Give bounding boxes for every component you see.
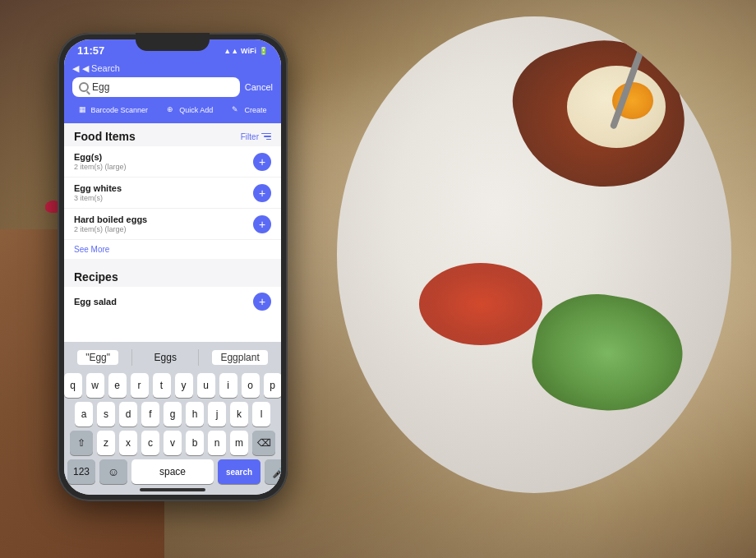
food-item-sub: 3 item(s): [74, 194, 253, 202]
key-t[interactable]: t: [153, 373, 171, 398]
barcode-label: Barcode Scanner: [91, 106, 149, 114]
keyboard-row-3: ⇧ z x c v b n m ⌫: [67, 431, 278, 455]
key-w[interactable]: w: [86, 373, 104, 398]
phone-notch: [136, 33, 210, 51]
food-item-info: Egg(s) 2 item(s) (large): [74, 152, 253, 171]
keyboard: "Egg" Eggs Eggplant q w e r t y u i o p: [64, 342, 281, 495]
search-icon: [79, 82, 89, 92]
phone-screen: 11:57 ▲▲ WiFi 🔋 ◀ ◀ Search Egg Cancel: [64, 39, 281, 495]
search-key[interactable]: search: [218, 459, 260, 484]
key-e[interactable]: e: [108, 373, 127, 398]
autocomplete-item-1[interactable]: Eggs: [146, 350, 185, 365]
food-item-name: Egg(s): [74, 152, 253, 162]
emoji-key[interactable]: ☺: [99, 459, 127, 484]
add-food-button-1[interactable]: +: [253, 184, 271, 202]
key-c[interactable]: c: [141, 431, 159, 455]
key-a[interactable]: a: [75, 402, 93, 427]
food-item-sub: 2 item(s) (large): [74, 225, 253, 233]
key-k[interactable]: k: [230, 402, 248, 427]
food-item-name: Hard boiled eggs: [74, 214, 253, 224]
key-q[interactable]: q: [64, 373, 82, 398]
back-search[interactable]: ◀ ◀ Search: [72, 63, 273, 74]
barcode-scanner-button[interactable]: ▦ Barcode Scanner: [76, 104, 152, 117]
food-item-row[interactable]: Egg(s) 2 item(s) (large) +: [64, 146, 281, 178]
key-l[interactable]: l: [252, 402, 270, 427]
add-food-button-2[interactable]: +: [253, 215, 271, 233]
key-f[interactable]: f: [141, 402, 159, 427]
avocado: [525, 284, 691, 422]
recipe-name: Egg salad: [74, 297, 253, 307]
back-search-label: ◀ Search: [82, 63, 120, 74]
keyboard-row-1: q w e r t y u i o p: [67, 373, 278, 398]
see-more-button[interactable]: See More: [64, 240, 281, 259]
key-n[interactable]: n: [208, 431, 226, 455]
food-item-sub: 2 item(s) (large): [74, 163, 253, 171]
delete-key[interactable]: ⌫: [252, 431, 275, 455]
status-time: 11:57: [77, 44, 104, 57]
key-b[interactable]: b: [186, 431, 204, 455]
cancel-button[interactable]: Cancel: [245, 82, 273, 92]
back-arrow-icon: ◀: [72, 63, 79, 74]
key-y[interactable]: y: [175, 373, 193, 398]
food-item-row[interactable]: Hard boiled eggs 2 item(s) (large) +: [64, 209, 281, 240]
status-icons: ▲▲ WiFi 🔋: [224, 47, 268, 55]
battery-icon: 🔋: [259, 47, 268, 55]
filter-icon: [261, 132, 271, 141]
food-items-list: Egg(s) 2 item(s) (large) + Egg whites 3 …: [64, 146, 281, 259]
key-i[interactable]: i: [219, 373, 237, 398]
key-j[interactable]: j: [208, 402, 226, 427]
filter-label: Filter: [241, 132, 259, 141]
food-items-header: Food Items Filter: [64, 123, 281, 146]
barcode-icon: ▦: [79, 105, 89, 115]
keyboard-row-2: a s d f g h j k l: [67, 402, 278, 427]
space-key[interactable]: space: [131, 459, 214, 484]
key-r[interactable]: r: [131, 373, 149, 398]
add-food-button-0[interactable]: +: [253, 153, 271, 171]
key-d[interactable]: d: [119, 402, 137, 427]
content-area: Food Items Filter Egg(s) 2 item(s) (larg…: [64, 123, 281, 316]
filter-button[interactable]: Filter: [241, 132, 271, 141]
autocomplete-row: "Egg" Eggs Eggplant: [67, 347, 278, 370]
food-items-title: Food Items: [74, 130, 136, 143]
plate: [337, 16, 731, 493]
wifi-icon: WiFi: [241, 47, 256, 55]
key-m[interactable]: m: [230, 431, 248, 455]
create-label: Create: [244, 106, 266, 114]
key-v[interactable]: v: [164, 431, 182, 455]
food-item-info: Hard boiled eggs 2 item(s) (large): [74, 214, 253, 233]
home-indicator[interactable]: [140, 488, 205, 491]
keyboard-row-4: 123 ☺ space search 🎤: [67, 459, 278, 484]
autocomplete-item-0[interactable]: "Egg": [77, 350, 118, 365]
numbers-key[interactable]: 123: [67, 459, 95, 484]
create-button[interactable]: ✎ Create: [228, 104, 270, 117]
key-x[interactable]: x: [119, 431, 137, 455]
autocomplete-divider: [131, 349, 132, 366]
shift-key[interactable]: ⇧: [70, 431, 93, 455]
autocomplete-item-2[interactable]: Eggplant: [212, 350, 267, 365]
recipes-header: Recipes: [64, 264, 281, 287]
toolbar: ▦ Barcode Scanner ⊕ Quick Add ✎ Create: [64, 104, 281, 123]
key-h[interactable]: h: [186, 402, 204, 427]
recipes-title: Recipes: [74, 270, 118, 284]
tomatoes: [419, 263, 542, 345]
search-input-box[interactable]: Egg: [72, 77, 240, 97]
key-o[interactable]: o: [242, 373, 260, 398]
quick-add-label: Quick Add: [179, 106, 213, 114]
signal-icon: ▲▲: [224, 47, 238, 55]
search-value: Egg: [92, 81, 109, 93]
key-s[interactable]: s: [97, 402, 115, 427]
add-recipe-button[interactable]: +: [253, 293, 271, 311]
food-item-row[interactable]: Egg whites 3 item(s) +: [64, 178, 281, 209]
key-u[interactable]: u: [197, 373, 215, 398]
recipe-row[interactable]: Egg salad +: [64, 287, 281, 316]
key-g[interactable]: g: [164, 402, 182, 427]
search-header: ◀ ◀ Search Egg Cancel: [64, 60, 281, 104]
food-item-name: Egg whites: [74, 183, 253, 193]
create-icon: ✎: [232, 105, 242, 115]
quick-add-button[interactable]: ⊕ Quick Add: [164, 104, 216, 117]
key-z[interactable]: z: [97, 431, 115, 455]
autocomplete-divider: [198, 349, 199, 366]
mic-key[interactable]: 🎤: [265, 459, 281, 484]
key-p[interactable]: p: [264, 373, 282, 398]
phone: 11:57 ▲▲ WiFi 🔋 ◀ ◀ Search Egg Cancel: [58, 33, 288, 501]
